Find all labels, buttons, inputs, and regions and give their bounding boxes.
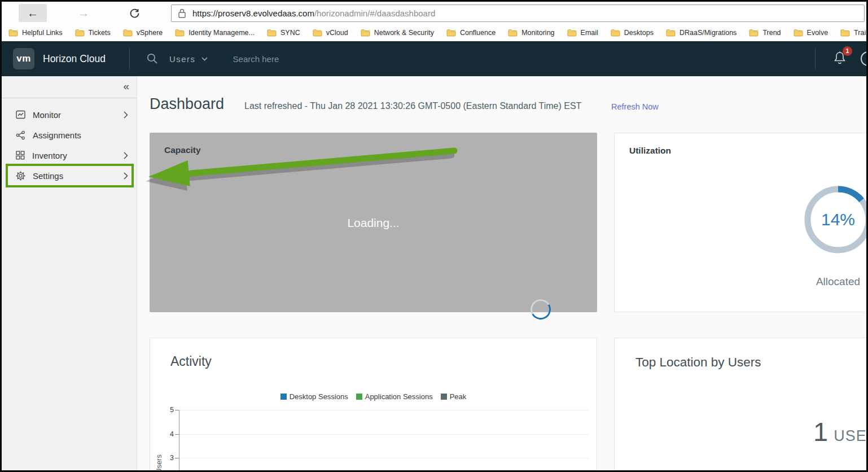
folder-icon [123, 29, 133, 37]
chevron-right-icon [124, 172, 128, 180]
bookmark-folder[interactable]: vCloud [313, 29, 348, 37]
bookmark-label: Training [854, 29, 866, 37]
bookmark-folder[interactable]: Evolve [794, 29, 828, 37]
help-icon[interactable] [861, 51, 868, 66]
search-icon[interactable] [146, 52, 159, 65]
top-location-card: Top Location by Users 1 USER [614, 338, 868, 472]
chevron-down-icon [201, 57, 208, 61]
sidebar-item-assignments[interactable]: Assignments [2, 125, 137, 145]
utilization-card-title: Utilization [629, 146, 671, 156]
search-scope-label: Users [169, 54, 196, 64]
product-title: Horizon Cloud [43, 53, 106, 65]
legend-swatch [280, 394, 287, 400]
folder-icon [611, 29, 620, 37]
sidebar-item-label: Settings [33, 171, 63, 181]
chevron-right-icon [124, 152, 128, 159]
utilization-percent: 14% [803, 184, 868, 255]
bookmark-folder[interactable]: Trend [749, 29, 781, 37]
bookmarks-bar: Helpful LinksTicketsvSphereIdentity Mana… [2, 24, 866, 41]
refresh-button[interactable] [120, 4, 148, 22]
loading-text: Loading... [150, 216, 597, 230]
folder-icon [794, 29, 803, 37]
browser-toolbar: ← → https://proserv8.evolvedaas.com/hori… [2, 2, 866, 24]
folder-icon [267, 29, 277, 37]
utilization-card: Utilization 14% Allocated [614, 133, 868, 312]
top-location-value: 1 USER [813, 416, 868, 447]
monitor-icon [16, 110, 25, 119]
bookmark-label: SYNC [280, 29, 300, 37]
sidebar-collapse-button[interactable]: « [123, 80, 129, 93]
legend-item: Application Sessions [356, 392, 433, 401]
bookmark-label: Evolve [807, 29, 828, 37]
sidebar-divider [2, 98, 137, 98]
folder-icon [508, 29, 518, 37]
legend-label: Peak [450, 392, 467, 401]
utilization-donut-chart: 14% [803, 184, 868, 255]
bookmark-folder[interactable]: SYNC [267, 29, 300, 37]
bookmark-label: Desktops [624, 29, 654, 37]
gridline [179, 410, 589, 410]
header-divider-right [815, 48, 816, 69]
folder-icon [666, 29, 676, 37]
bookmark-label: Trend [762, 29, 781, 37]
notifications-button[interactable]: 1 [832, 50, 847, 68]
app-header: vm Horizon Cloud Users 1 [2, 41, 866, 76]
main-content: Dashboard Last refreshed - Thu Jan 28 20… [137, 76, 866, 470]
bookmark-folder[interactable]: Monitoring [508, 29, 554, 37]
sidebar-item-label: Inventory [32, 151, 67, 160]
bookmark-label: vCloud [326, 29, 348, 37]
bookmark-folder[interactable]: Network & Security [361, 29, 434, 37]
search-input[interactable] [233, 54, 357, 64]
bookmark-label: DRaaS/Migrations [680, 29, 737, 37]
chevron-right-icon [124, 111, 128, 119]
back-button[interactable]: ← [19, 4, 47, 22]
bookmark-label: Tickets [89, 29, 111, 37]
capacity-card-title: Capacity [164, 145, 201, 155]
bookmark-folder[interactable]: vSphere [123, 29, 163, 37]
url-domain: https://proserv8.evolvedaas.com [192, 8, 314, 18]
share-icon [16, 130, 25, 140]
activity-card: Activity Desktop SessionsApplication Ses… [150, 338, 597, 472]
bookmark-folder[interactable]: Tickets [75, 29, 111, 37]
capacity-card: Capacity Loading... [150, 133, 597, 312]
y-tick-label: 4 [150, 430, 174, 438]
bookmark-label: Identity Manageme... [188, 29, 255, 37]
vmware-logo-text: vm [16, 53, 31, 64]
folder-icon [75, 29, 85, 37]
header-divider [129, 48, 130, 69]
activity-card-title: Activity [170, 354, 212, 369]
bookmark-folder[interactable]: Identity Manageme... [175, 29, 255, 37]
folder-icon [840, 29, 850, 37]
sidebar-item-inventory[interactable]: Inventory [2, 145, 137, 165]
bookmark-folder[interactable]: DRaaS/Migrations [666, 29, 737, 37]
bookmark-folder[interactable]: Training [840, 29, 866, 37]
vmware-logo[interactable]: vm [13, 48, 34, 69]
sidebar-item-monitor[interactable]: Monitor [2, 104, 137, 125]
activity-legend: Desktop SessionsApplication SessionsPeak [150, 392, 597, 401]
bookmark-label: Confluence [460, 29, 496, 37]
folder-icon [446, 29, 456, 37]
forward-icon: → [78, 7, 89, 20]
bookmark-folder[interactable]: Desktops [611, 29, 654, 37]
search-scope-dropdown[interactable]: Users [169, 54, 208, 64]
bookmark-label: Email [581, 29, 598, 37]
sidebar-item-settings[interactable]: Settings [2, 165, 137, 186]
folder-icon [361, 29, 370, 37]
url-bar[interactable]: https://proserv8.evolvedaas.com/horizona… [171, 5, 865, 22]
activity-y-axis-label: Users [155, 454, 163, 472]
forward-button[interactable]: → [69, 4, 98, 22]
bookmark-label: vSphere [137, 29, 163, 37]
folder-icon [567, 29, 577, 37]
bookmark-folder[interactable]: Helpful Links [8, 29, 63, 37]
bookmark-folder[interactable]: Email [567, 29, 598, 37]
gear-icon [16, 171, 25, 181]
gridline [179, 434, 589, 435]
lock-icon [178, 8, 186, 18]
bookmark-folder[interactable]: Confluence [446, 29, 496, 37]
refresh-now-link[interactable]: Refresh Now [611, 102, 659, 111]
folder-icon [8, 29, 18, 37]
folder-icon [749, 29, 759, 37]
legend-label: Application Sessions [365, 392, 433, 401]
legend-swatch [356, 394, 362, 400]
user-count: 1 [813, 416, 828, 447]
